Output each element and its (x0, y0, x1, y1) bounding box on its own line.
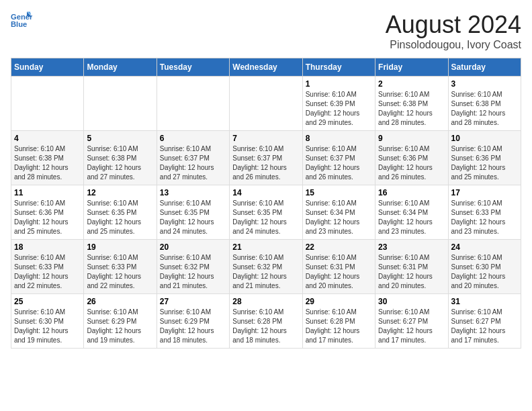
day-info: Sunrise: 6:10 AM Sunset: 6:33 PM Dayligh… (451, 199, 518, 236)
calendar-cell-24: 21Sunrise: 6:10 AM Sunset: 6:32 PM Dayli… (230, 240, 302, 294)
day-info: Sunrise: 6:10 AM Sunset: 6:31 PM Dayligh… (378, 253, 445, 291)
day-number: 16 (378, 188, 445, 197)
calendar-cell-34: 31Sunrise: 6:10 AM Sunset: 6:27 PM Dayli… (448, 294, 521, 349)
day-number: 12 (87, 188, 153, 197)
day-info: Sunrise: 6:10 AM Sunset: 6:37 PM Dayligh… (232, 144, 299, 182)
day-info: Sunrise: 6:10 AM Sunset: 6:37 PM Dayligh… (160, 144, 226, 182)
day-info: Sunrise: 6:10 AM Sunset: 6:31 PM Dayligh… (306, 253, 372, 291)
calendar-cell-9: 6Sunrise: 6:10 AM Sunset: 6:37 PM Daylig… (157, 131, 229, 185)
day-number: 11 (14, 188, 81, 197)
day-info: Sunrise: 6:10 AM Sunset: 6:34 PM Dayligh… (378, 199, 445, 236)
calendar-cell-14: 11Sunrise: 6:10 AM Sunset: 6:36 PM Dayli… (11, 185, 84, 240)
column-header-monday: Monday (84, 58, 157, 77)
day-number: 3 (451, 79, 518, 89)
day-info: Sunrise: 6:10 AM Sunset: 6:39 PM Dayligh… (306, 90, 372, 128)
day-number: 29 (306, 297, 372, 306)
calendar-cell-30: 27Sunrise: 6:10 AM Sunset: 6:29 PM Dayli… (157, 294, 229, 349)
day-number: 21 (232, 242, 299, 252)
day-number: 8 (306, 134, 372, 143)
calendar-cell-11: 8Sunrise: 6:10 AM Sunset: 6:37 PM Daylig… (302, 131, 375, 185)
day-number: 1 (306, 79, 372, 89)
day-info: Sunrise: 6:10 AM Sunset: 6:36 PM Dayligh… (378, 144, 445, 182)
day-info: Sunrise: 6:10 AM Sunset: 6:38 PM Dayligh… (451, 90, 518, 128)
calendar-cell-7: 4Sunrise: 6:10 AM Sunset: 6:38 PM Daylig… (11, 131, 84, 185)
day-info: Sunrise: 6:10 AM Sunset: 6:32 PM Dayligh… (232, 253, 299, 291)
day-number: 30 (378, 297, 445, 306)
day-number: 13 (160, 188, 226, 197)
calendar-cell-0 (11, 77, 84, 131)
day-number: 14 (232, 188, 299, 197)
calendar-cell-2 (157, 77, 229, 131)
calendar-cell-12: 9Sunrise: 6:10 AM Sunset: 6:36 PM Daylig… (375, 131, 448, 185)
day-number: 9 (378, 134, 445, 143)
page-title: August 2024 (386, 11, 521, 39)
svg-text:General: General (11, 13, 32, 21)
day-info: Sunrise: 6:10 AM Sunset: 6:34 PM Dayligh… (306, 199, 372, 236)
column-header-tuesday: Tuesday (157, 58, 229, 77)
calendar-cell-1 (84, 77, 157, 131)
day-info: Sunrise: 6:10 AM Sunset: 6:38 PM Dayligh… (14, 144, 81, 182)
calendar-cell-27: 24Sunrise: 6:10 AM Sunset: 6:30 PM Dayli… (448, 240, 521, 294)
calendar-cell-8: 5Sunrise: 6:10 AM Sunset: 6:38 PM Daylig… (84, 131, 157, 185)
day-info: Sunrise: 6:10 AM Sunset: 6:32 PM Dayligh… (160, 253, 226, 291)
day-number: 6 (160, 134, 226, 143)
calendar-cell-6: 3Sunrise: 6:10 AM Sunset: 6:38 PM Daylig… (448, 77, 521, 131)
calendar-cell-28: 25Sunrise: 6:10 AM Sunset: 6:30 PM Dayli… (11, 294, 84, 349)
calendar-cell-15: 12Sunrise: 6:10 AM Sunset: 6:35 PM Dayli… (84, 185, 157, 240)
day-number: 28 (232, 297, 299, 306)
calendar-cell-5: 2Sunrise: 6:10 AM Sunset: 6:38 PM Daylig… (375, 77, 448, 131)
calendar-cell-25: 22Sunrise: 6:10 AM Sunset: 6:31 PM Dayli… (302, 240, 375, 294)
calendar-cell-20: 17Sunrise: 6:10 AM Sunset: 6:33 PM Dayli… (448, 185, 521, 240)
day-info: Sunrise: 6:10 AM Sunset: 6:33 PM Dayligh… (14, 253, 81, 291)
calendar-table: SundayMondayTuesdayWednesdayThursdayFrid… (11, 58, 521, 349)
day-number: 2 (378, 79, 445, 89)
calendar-cell-3 (230, 77, 302, 131)
day-info: Sunrise: 6:10 AM Sunset: 6:35 PM Dayligh… (160, 199, 226, 236)
calendar-cell-13: 10Sunrise: 6:10 AM Sunset: 6:36 PM Dayli… (448, 131, 521, 185)
day-info: Sunrise: 6:10 AM Sunset: 6:27 PM Dayligh… (451, 308, 518, 345)
day-number: 15 (306, 188, 372, 197)
page-subtitle: Pinsolodougou, Ivory Coast (386, 39, 521, 51)
day-info: Sunrise: 6:10 AM Sunset: 6:35 PM Dayligh… (87, 199, 153, 236)
calendar-cell-22: 19Sunrise: 6:10 AM Sunset: 6:33 PM Dayli… (84, 240, 157, 294)
logo: General Blue (11, 11, 32, 30)
day-info: Sunrise: 6:10 AM Sunset: 6:38 PM Dayligh… (87, 144, 153, 182)
title-area: August 2024 Pinsolodougou, Ivory Coast (386, 11, 521, 51)
calendar-cell-16: 13Sunrise: 6:10 AM Sunset: 6:35 PM Dayli… (157, 185, 229, 240)
day-info: Sunrise: 6:10 AM Sunset: 6:28 PM Dayligh… (232, 308, 299, 345)
day-number: 24 (451, 242, 518, 252)
calendar-cell-29: 26Sunrise: 6:10 AM Sunset: 6:29 PM Dayli… (84, 294, 157, 349)
column-header-friday: Friday (375, 58, 448, 77)
day-info: Sunrise: 6:10 AM Sunset: 6:36 PM Dayligh… (451, 144, 518, 182)
column-header-thursday: Thursday (302, 58, 375, 77)
day-number: 23 (378, 242, 445, 252)
calendar-cell-33: 30Sunrise: 6:10 AM Sunset: 6:27 PM Dayli… (375, 294, 448, 349)
calendar-cell-23: 20Sunrise: 6:10 AM Sunset: 6:32 PM Dayli… (157, 240, 229, 294)
day-info: Sunrise: 6:10 AM Sunset: 6:35 PM Dayligh… (232, 199, 299, 236)
day-number: 31 (451, 297, 518, 306)
day-number: 17 (451, 188, 518, 197)
day-number: 26 (87, 297, 153, 306)
column-header-wednesday: Wednesday (230, 58, 302, 77)
calendar-cell-18: 15Sunrise: 6:10 AM Sunset: 6:34 PM Dayli… (302, 185, 375, 240)
day-number: 18 (14, 242, 81, 252)
day-info: Sunrise: 6:10 AM Sunset: 6:29 PM Dayligh… (87, 308, 153, 345)
day-number: 22 (306, 242, 372, 252)
calendar-cell-17: 14Sunrise: 6:10 AM Sunset: 6:35 PM Dayli… (230, 185, 302, 240)
calendar-cell-31: 28Sunrise: 6:10 AM Sunset: 6:28 PM Dayli… (230, 294, 302, 349)
page-header: General Blue August 2024 Pinsolodougou, … (11, 11, 521, 51)
calendar-cell-10: 7Sunrise: 6:10 AM Sunset: 6:37 PM Daylig… (230, 131, 302, 185)
day-info: Sunrise: 6:10 AM Sunset: 6:33 PM Dayligh… (87, 253, 153, 291)
day-number: 4 (14, 134, 81, 143)
calendar-cell-26: 23Sunrise: 6:10 AM Sunset: 6:31 PM Dayli… (375, 240, 448, 294)
day-info: Sunrise: 6:10 AM Sunset: 6:28 PM Dayligh… (306, 308, 372, 345)
day-info: Sunrise: 6:10 AM Sunset: 6:38 PM Dayligh… (378, 90, 445, 128)
calendar-cell-4: 1Sunrise: 6:10 AM Sunset: 6:39 PM Daylig… (302, 77, 375, 131)
day-number: 20 (160, 242, 226, 252)
day-info: Sunrise: 6:10 AM Sunset: 6:29 PM Dayligh… (160, 308, 226, 345)
column-header-saturday: Saturday (448, 58, 521, 77)
calendar-cell-19: 16Sunrise: 6:10 AM Sunset: 6:34 PM Dayli… (375, 185, 448, 240)
day-info: Sunrise: 6:10 AM Sunset: 6:37 PM Dayligh… (306, 144, 372, 182)
day-info: Sunrise: 6:10 AM Sunset: 6:27 PM Dayligh… (378, 308, 445, 345)
day-info: Sunrise: 6:10 AM Sunset: 6:30 PM Dayligh… (451, 253, 518, 291)
